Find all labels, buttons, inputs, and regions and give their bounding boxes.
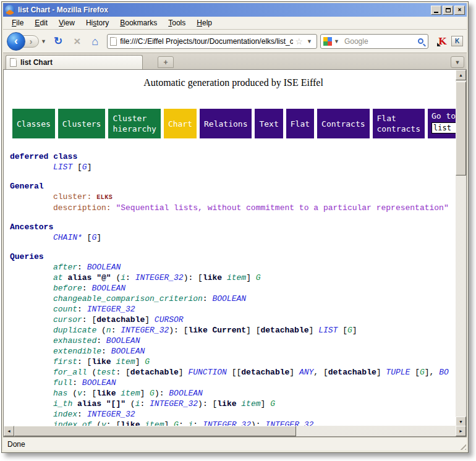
class-link[interactable]: LIST (53, 163, 72, 172)
class-link[interactable]: BOOLEAN (212, 294, 246, 303)
back-button[interactable]: ‹ (7, 32, 25, 51)
doc-button-flat[interactable]: Flat (286, 109, 314, 138)
code-line: exhausted: BOOLEAN (10, 336, 456, 346)
doc-button-classes[interactable]: Classes (12, 109, 55, 138)
tab-list-chart[interactable]: list Chart (6, 55, 143, 69)
k-addon-button[interactable]: K (451, 36, 463, 46)
stop-button[interactable]: × (74, 35, 80, 47)
menu-view[interactable]: View (54, 17, 80, 28)
class-link[interactable]: CURSOR (155, 315, 184, 324)
scroll-right-button[interactable]: ► (456, 426, 466, 436)
code-token: detachable (328, 368, 376, 377)
search-engine-dropdown-icon[interactable]: ▼ (334, 38, 339, 44)
code-token: : [ (82, 315, 96, 324)
doc-button-chart[interactable]: Chart (164, 109, 197, 138)
class-link[interactable]: ANY (299, 368, 313, 377)
code-line: extendible: BOOLEAN (10, 346, 456, 357)
home-button[interactable]: ⌂ (91, 36, 98, 47)
url-dropdown-icon[interactable]: ▼ (307, 38, 312, 44)
code-token: like (203, 273, 227, 282)
page-viewport: Automatic generation produced by ISE Eif… (4, 70, 456, 427)
menu-help[interactable]: Help (192, 17, 217, 28)
doc-button-contracts[interactable]: Contracts (317, 109, 369, 138)
code-token: ] (96, 233, 101, 242)
new-tab-button[interactable]: + (158, 56, 174, 68)
scroll-left-button[interactable]: ◄ (4, 426, 14, 436)
url-text[interactable]: file:///C:/Eiffel Projects/tour/Document… (120, 37, 293, 46)
search-input[interactable]: Google (344, 37, 418, 46)
code-token: [ (410, 368, 420, 377)
class-link[interactable]: INTEGER_32 (150, 399, 198, 408)
code-token: after (53, 263, 77, 272)
class-link[interactable]: BOOLEAN (106, 336, 140, 345)
code-token: ] (376, 368, 386, 377)
doc-button-cluster-hierarchy[interactable]: Cluster hierarchy (108, 109, 160, 138)
class-link[interactable]: G (82, 163, 87, 172)
maximize-button[interactable] (443, 6, 453, 15)
horizontal-scroll-thumb[interactable] (14, 426, 296, 436)
class-link[interactable]: BOOLEAN (91, 284, 125, 293)
class-link[interactable]: FUNCTION (188, 368, 226, 377)
code-token: ] (179, 368, 189, 377)
reload-button[interactable]: ↻ (54, 36, 62, 46)
code-token: : (203, 294, 213, 303)
menu-bookmarks[interactable]: Bookmarks (115, 17, 162, 28)
list-all-tabs-button[interactable]: ▼ (451, 56, 464, 68)
doc-button-flat-contracts[interactable]: Flat contracts (373, 109, 425, 138)
class-link[interactable]: INTEGER_32 (87, 305, 135, 314)
search-magnifier-icon[interactable] (418, 38, 423, 44)
menu-history[interactable]: History (81, 17, 114, 28)
code-token: : (111, 326, 121, 335)
code-line: first: [like item] G (10, 357, 456, 367)
resize-grip[interactable] (458, 442, 466, 450)
minimize-button[interactable] (431, 6, 441, 15)
code-token: like (217, 399, 241, 408)
status-bar: Done (3, 437, 467, 450)
doc-button-relations[interactable]: Relations (200, 109, 252, 138)
class-link[interactable]: INTEGER_32 (87, 410, 135, 419)
class-link[interactable]: BOOLEAN (111, 347, 145, 356)
code-token: ] (140, 389, 150, 398)
vertical-scroll-thumb[interactable] (456, 82, 466, 176)
address-bar[interactable]: file:///C:/Eiffel Projects/tour/Document… (107, 34, 317, 49)
code-token: ], (425, 368, 439, 377)
scroll-up-button[interactable]: ▲ (456, 70, 466, 80)
code-token: i_th (53, 399, 77, 408)
code-token: G (270, 399, 275, 408)
vertical-scrollbar[interactable]: ▲ ▼ (456, 70, 466, 427)
code-token: for_all (53, 368, 87, 377)
code-token: ( (96, 326, 106, 335)
class-link[interactable]: TUPLE (386, 368, 410, 377)
code-token: duplicate (53, 326, 96, 335)
code-token: ( (87, 368, 97, 377)
menu-edit[interactable]: Edit (30, 17, 53, 28)
code-token: [ (72, 163, 82, 172)
doc-button-clusters[interactable]: Clusters (58, 109, 106, 138)
doc-button-text[interactable]: Text (255, 109, 283, 138)
code-token: index (53, 410, 77, 419)
menu-file[interactable]: File (7, 17, 28, 28)
class-link[interactable]: INTEGER_32 (135, 273, 184, 282)
code-token: ): [ (184, 273, 203, 282)
class-link[interactable]: BO (439, 368, 449, 377)
class-link[interactable]: INTEGER_32 (121, 326, 169, 335)
google-logo-icon (323, 37, 332, 46)
menu-tools[interactable]: Tools (163, 17, 190, 28)
code-token: detachable (130, 368, 179, 377)
goto-input[interactable] (431, 122, 456, 133)
close-button[interactable]: × (454, 6, 465, 15)
code-token: ] (289, 368, 299, 377)
doc-body: deferred classLIST [G]Generalcluster: EL… (10, 151, 456, 427)
bookmark-star-icon[interactable]: ☆ (295, 36, 303, 46)
class-link[interactable]: BOOLEAN (82, 378, 116, 387)
class-link[interactable]: LIST (318, 326, 338, 335)
code-token: full (53, 378, 72, 387)
search-box[interactable]: ▼ Google (320, 34, 428, 49)
code-token: count (53, 305, 77, 314)
horizontal-scrollbar[interactable]: ◄ ► (4, 426, 466, 436)
class-link[interactable]: BOOLEAN (87, 263, 121, 272)
kaspersky-addon-icon[interactable]: K (438, 36, 446, 47)
class-link[interactable]: CHAIN* (53, 233, 82, 242)
class-link[interactable]: BOOLEAN (169, 389, 203, 398)
history-dropdown-icon[interactable]: ▼ (41, 38, 46, 44)
